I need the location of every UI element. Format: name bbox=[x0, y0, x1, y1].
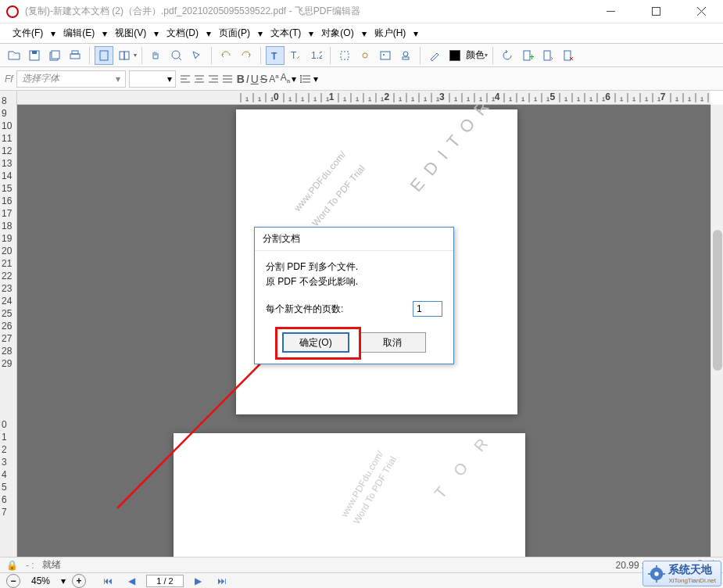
svg-rect-50 bbox=[663, 573, 666, 575]
text-toolbar: Ff 选择字体 B I U S Aa Aa ▾ ▾ bbox=[0, 67, 723, 91]
align-center-icon[interactable] bbox=[193, 73, 206, 85]
svg-point-20 bbox=[383, 54, 385, 56]
svg-rect-8 bbox=[70, 54, 80, 59]
line-spacing-icon[interactable] bbox=[299, 73, 312, 85]
split-document-dialog: 分割文档 分割 PDF 到多个文件. 原 PDF 不会受此影响. 每个新文件的页… bbox=[254, 227, 454, 364]
strikethrough-icon[interactable]: S bbox=[260, 73, 267, 85]
statusbar-lower: − 45% ▾ + ⏮ ◀ ▶ ⏭ bbox=[0, 572, 723, 588]
svg-rect-7 bbox=[52, 51, 59, 59]
font-prefix-icon: Ff bbox=[5, 74, 13, 84]
svg-text:T: T bbox=[271, 51, 277, 62]
titlebar: (复制)-新建文本文档 (2)（合并）.pdf_2021020509553952… bbox=[0, 0, 723, 23]
logo-text-cn: 系统天地 bbox=[668, 563, 716, 577]
italic-icon[interactable]: I bbox=[246, 73, 249, 85]
page-number-input[interactable] bbox=[146, 575, 184, 587]
prev-page-button[interactable]: ◀ bbox=[123, 575, 140, 586]
app-icon bbox=[6, 5, 19, 18]
menu-account[interactable]: 账户(H) bbox=[368, 23, 413, 43]
svg-rect-49 bbox=[648, 573, 651, 575]
svg-rect-26 bbox=[564, 51, 571, 60]
align-justify-icon[interactable] bbox=[221, 73, 234, 85]
crop-icon[interactable] bbox=[335, 46, 354, 65]
dropdown-icon[interactable]: ▾ bbox=[61, 575, 66, 586]
rotate-left-icon[interactable] bbox=[498, 46, 517, 65]
zoom-level: 45% bbox=[31, 575, 50, 586]
ok-button[interactable]: 确定(O) bbox=[282, 332, 349, 353]
vertical-ruler: 8910 111213 141516 171819 202122 232425 … bbox=[0, 91, 17, 557]
menu-text[interactable]: 文本(T) bbox=[264, 23, 307, 43]
extract-page-icon[interactable] bbox=[539, 46, 557, 65]
svg-rect-48 bbox=[656, 579, 657, 583]
image-insert-icon[interactable] bbox=[376, 46, 395, 65]
text-edit-icon[interactable]: T bbox=[286, 46, 305, 65]
print-icon[interactable] bbox=[66, 46, 84, 65]
hand-tool-icon[interactable] bbox=[147, 46, 166, 65]
menu-object[interactable]: 对象(O) bbox=[315, 23, 360, 43]
pages-per-file-input[interactable] bbox=[413, 301, 442, 317]
maximize-button[interactable] bbox=[640, 1, 671, 23]
svg-rect-22 bbox=[403, 57, 409, 59]
align-right-icon[interactable] bbox=[207, 73, 220, 85]
menu-file[interactable]: 文件(F) bbox=[6, 23, 49, 43]
last-page-button[interactable]: ⏭ bbox=[213, 575, 231, 586]
link-icon[interactable] bbox=[356, 46, 374, 65]
align-left-icon[interactable] bbox=[179, 73, 191, 85]
dialog-text-1: 分割 PDF 到多个文件. bbox=[266, 260, 442, 274]
open-icon[interactable] bbox=[5, 46, 23, 65]
bold-icon[interactable]: B bbox=[237, 73, 245, 85]
select-tool-icon[interactable] bbox=[188, 46, 206, 65]
zoom-out-button[interactable]: − bbox=[6, 574, 20, 588]
subscript-icon[interactable]: Aa bbox=[281, 72, 290, 84]
svg-text:1.2: 1.2 bbox=[311, 50, 322, 61]
dropdown-icon[interactable]: ▾ bbox=[134, 52, 137, 59]
statusbar-upper: 🔒 - : 就绪 20.99 x 29.7 cm 预览 bbox=[0, 557, 723, 572]
dropdown-icon[interactable]: ▾ bbox=[485, 52, 488, 59]
svg-rect-18 bbox=[341, 52, 349, 59]
minimize-button[interactable] bbox=[595, 1, 626, 23]
window-title: (复制)-新建文本文档 (2)（合并）.pdf_2021020509553952… bbox=[25, 5, 595, 18]
svg-point-13 bbox=[172, 51, 180, 59]
dropdown-icon[interactable]: ▾ bbox=[292, 74, 296, 84]
svg-rect-10 bbox=[100, 51, 108, 60]
page-view-icon[interactable] bbox=[95, 46, 113, 65]
delete-page-icon[interactable] bbox=[559, 46, 578, 65]
superscript-icon[interactable]: Aa bbox=[269, 73, 278, 84]
fill-color-icon[interactable] bbox=[446, 46, 464, 65]
multi-page-icon[interactable] bbox=[115, 46, 134, 65]
first-page-button[interactable]: ⏮ bbox=[98, 575, 117, 586]
undo-icon[interactable] bbox=[217, 46, 235, 65]
svg-rect-19 bbox=[381, 52, 390, 59]
vertical-scrollbar[interactable] bbox=[710, 105, 723, 557]
stamp-icon[interactable] bbox=[396, 46, 415, 65]
menu-document[interactable]: 文档(D) bbox=[160, 23, 205, 43]
underline-icon[interactable]: U bbox=[251, 73, 259, 85]
save-all-icon[interactable] bbox=[45, 46, 64, 65]
svg-rect-1 bbox=[652, 8, 660, 16]
svg-rect-25 bbox=[544, 51, 550, 60]
color-label: 颜色 bbox=[466, 48, 485, 62]
dropdown-icon[interactable]: ▾ bbox=[313, 74, 318, 84]
font-size-dropdown[interactable] bbox=[129, 70, 176, 88]
cancel-button[interactable]: 取消 bbox=[359, 332, 426, 353]
svg-text:T: T bbox=[291, 50, 297, 61]
dialog-title: 分割文档 bbox=[255, 228, 453, 251]
menu-page[interactable]: 页面(P) bbox=[213, 23, 256, 43]
zoom-icon[interactable] bbox=[167, 46, 186, 65]
svg-point-46 bbox=[655, 572, 660, 576]
svg-text:+: + bbox=[529, 52, 534, 62]
save-icon[interactable] bbox=[25, 46, 44, 65]
menu-view[interactable]: 视图(V) bbox=[109, 23, 152, 43]
scrollbar-thumb[interactable] bbox=[713, 230, 722, 371]
text-tool-icon[interactable]: T bbox=[266, 46, 285, 65]
spacing-icon[interactable]: 1.2 bbox=[306, 46, 325, 65]
next-page-button[interactable]: ▶ bbox=[190, 575, 206, 586]
add-page-icon[interactable]: + bbox=[518, 46, 537, 65]
logo-text-en: XiTongTianDi.net bbox=[668, 577, 716, 584]
zoom-in-button[interactable]: + bbox=[72, 574, 86, 588]
font-dropdown[interactable]: 选择字体 bbox=[16, 70, 126, 88]
menu-edit[interactable]: 编辑(E) bbox=[57, 23, 101, 43]
close-button[interactable] bbox=[685, 1, 717, 23]
redo-icon[interactable] bbox=[237, 46, 256, 65]
svg-line-14 bbox=[179, 58, 181, 60]
pen-icon[interactable] bbox=[425, 46, 444, 65]
